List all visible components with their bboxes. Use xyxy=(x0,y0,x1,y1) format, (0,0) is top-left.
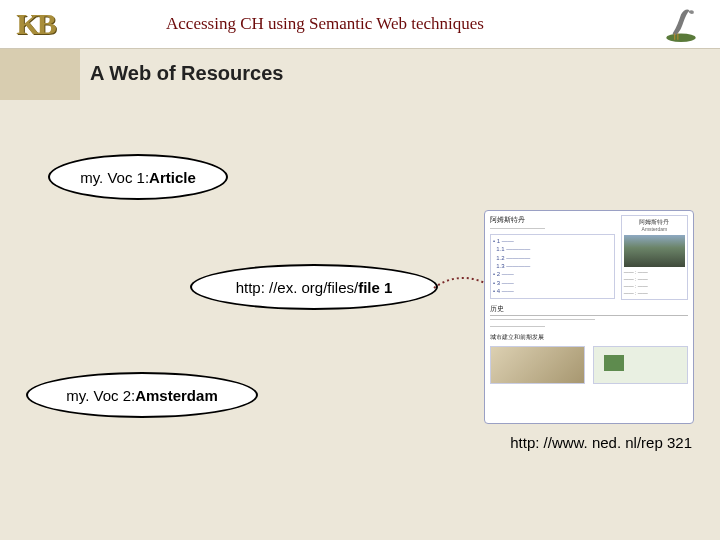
slide-page: KB Accessing CH using Semantic Web techn… xyxy=(0,0,720,540)
wiki-heading-left: 阿姆斯特丹 xyxy=(490,215,615,225)
wiki-toc-4: 1.3 ———— xyxy=(493,262,612,270)
caption-url: http: //www. ned. nl/rep 321 xyxy=(510,434,692,451)
wiki-photo-icon xyxy=(624,235,685,267)
header-title: Accessing CH using Semantic Web techniqu… xyxy=(0,14,650,34)
wiki-bottom-caption: 城市建立和前期发展 xyxy=(490,333,688,341)
wiki-toc-6: • 3 —— xyxy=(493,279,612,287)
svg-point-0 xyxy=(666,34,695,42)
heron-icon xyxy=(660,2,702,44)
wikipedia-thumbnail: 阿姆斯特丹 ——————————— • 1 —— 1.1 ———— 1.2 ——… xyxy=(484,210,694,424)
header-bar: KB Accessing CH using Semantic Web techn… xyxy=(0,0,720,49)
wiki-map1-icon xyxy=(490,346,585,384)
wiki-toc-5: • 2 —— xyxy=(493,270,612,278)
node-amsterdam-term: Amsterdam xyxy=(135,387,218,404)
node-article-prefix: my. Voc 1: xyxy=(80,169,149,186)
node-article-term: Article xyxy=(149,169,196,186)
wiki-heading-roman: Amsterdam xyxy=(624,226,685,233)
node-file1: http: //ex. org/files/ file 1 xyxy=(190,264,438,310)
node-amsterdam-prefix: my. Voc 2: xyxy=(66,387,135,404)
wiki-heading-right: 阿姆斯特丹 xyxy=(624,218,685,226)
node-article: my. Voc 1: Article xyxy=(48,154,228,200)
wiki-toc-7: • 4 —— xyxy=(493,287,612,295)
wiki-body-line2: ——————————— xyxy=(490,323,688,330)
slide-title: A Web of Resources xyxy=(90,62,283,85)
wiki-map2-icon xyxy=(593,346,688,384)
node-amsterdam: my. Voc 2: Amsterdam xyxy=(26,372,258,418)
wiki-toc-3: 1.2 ———— xyxy=(493,254,612,262)
wiki-section-history: 历史 xyxy=(490,304,688,316)
wiki-toc-1: • 1 —— xyxy=(493,237,612,245)
wiki-toc-2: 1.1 ———— xyxy=(493,245,612,253)
wiki-body-line1: ————————————————————— xyxy=(490,316,688,323)
wiki-subline: ——————————— xyxy=(490,225,615,232)
node-file1-term: file 1 xyxy=(358,279,392,296)
node-file1-prefix: http: //ex. org/files/ xyxy=(236,279,359,296)
